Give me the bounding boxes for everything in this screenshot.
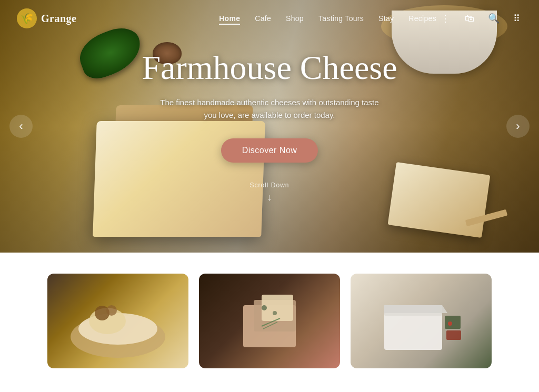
hero-content: Farmhouse Cheese The finest handmade aut…: [0, 0, 539, 253]
svg-point-9: [273, 311, 277, 315]
nav-item-home[interactable]: Home: [219, 14, 240, 23]
hero-section: 🌾 Grange Home Cafe Shop Tasting Tours St…: [0, 0, 539, 253]
prev-arrow-icon: ‹: [19, 119, 23, 133]
hero-subtitle-line2: you love, are available to order today.: [204, 110, 335, 119]
logo-text: Grange: [41, 13, 76, 25]
hero-title: Farmhouse Cheese: [142, 49, 397, 86]
nav-link-stay[interactable]: Stay: [378, 14, 394, 23]
nav-item-recipes[interactable]: Recipes: [408, 14, 436, 23]
svg-point-4: [106, 305, 117, 316]
scroll-down-area: Scroll Down ↓: [249, 182, 289, 203]
card-1-svg: [65, 284, 171, 358]
navbar: 🌾 Grange Home Cafe Shop Tasting Tours St…: [0, 0, 539, 37]
scroll-down-arrow-icon: ↓: [267, 192, 272, 203]
card-1-image: [47, 274, 188, 368]
nav-links: Home Cafe Shop Tasting Tours Stay Recipe…: [219, 14, 436, 23]
nav-icons: 🛍 🔍 ⠿: [463, 11, 522, 26]
nav-link-recipes[interactable]: Recipes: [408, 14, 436, 23]
next-slide-button[interactable]: ›: [506, 115, 530, 138]
logo[interactable]: 🌾 Grange: [17, 8, 76, 28]
svg-rect-12: [384, 313, 442, 350]
card-2-image: [199, 274, 340, 368]
discover-now-button[interactable]: Discover Now: [221, 138, 318, 163]
nav-link-cafe[interactable]: Cafe: [255, 14, 271, 23]
svg-marker-14: [384, 305, 447, 313]
grid-menu-button[interactable]: ⠿: [511, 11, 522, 26]
svg-rect-16: [446, 330, 461, 340]
card-2[interactable]: [199, 274, 340, 368]
card-3-image: [351, 274, 492, 368]
nav-link-home[interactable]: Home: [219, 14, 240, 25]
nav-item-tasting-tours[interactable]: Tasting Tours: [318, 14, 364, 23]
scroll-down-label: Scroll Down: [249, 182, 289, 189]
search-button[interactable]: 🔍: [486, 11, 502, 26]
card-2-svg: [217, 284, 322, 358]
svg-rect-15: [445, 316, 461, 329]
logo-icon: 🌾: [17, 8, 37, 28]
nav-item-stay[interactable]: Stay: [378, 14, 394, 23]
nav-item-cafe[interactable]: Cafe: [255, 14, 271, 23]
card-3-svg: [368, 284, 474, 358]
hero-subtitle-line1: The finest handmade authentic cheeses wi…: [160, 98, 378, 107]
svg-point-17: [448, 321, 452, 326]
nav-link-tasting-tours[interactable]: Tasting Tours: [318, 14, 364, 23]
card-1[interactable]: [47, 274, 188, 368]
cart-button[interactable]: 🛍: [463, 11, 476, 26]
nav-item-shop[interactable]: Shop: [286, 14, 304, 23]
cards-section: [0, 253, 539, 389]
prev-slide-button[interactable]: ‹: [9, 115, 33, 138]
hero-subtitle: The finest handmade authentic cheeses wi…: [160, 96, 378, 122]
more-menu-icon[interactable]: ⋮: [441, 13, 450, 24]
card-3[interactable]: [351, 274, 492, 368]
nav-link-shop[interactable]: Shop: [286, 14, 304, 23]
svg-point-8: [262, 305, 267, 310]
next-arrow-icon: ›: [516, 119, 520, 133]
